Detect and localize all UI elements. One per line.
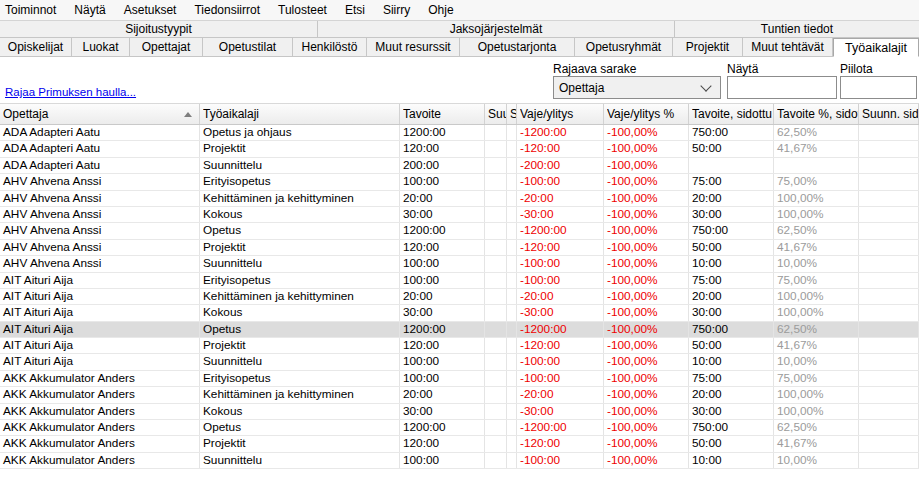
cell-opettaja[interactable]: AIT Aituri Aija [0,305,200,320]
menu-item-tiedonsiirrot[interactable]: Tiedonsiirrot [185,0,269,20]
cell-tavoite-sidot[interactable]: 10,00% [774,354,859,369]
cell-vaje-ylitys[interactable]: -1200:00 [517,322,604,337]
tab-henkil-st[interactable]: Henkilöstö [293,38,367,57]
cell-ty-aikalaji[interactable]: Kokous [200,404,400,419]
cell-tavoite[interactable]: 20:00 [400,191,485,206]
cell-tavoite-sidot[interactable]: 75,00% [774,273,859,288]
cell-tavoite[interactable]: 120:00 [400,240,485,255]
cell-vaje-ylitys[interactable]: -30:00 [517,207,604,222]
cell-vaje-ylitys[interactable]: -100,00% [604,453,689,468]
cell-suu[interactable] [485,404,507,419]
cell-suu[interactable] [485,289,507,304]
cell-si[interactable] [507,289,517,304]
cell-vaje-ylitys[interactable]: -100,00% [604,174,689,189]
cell-ty-aikalaji[interactable]: Erityisopetus [200,174,400,189]
table-row[interactable]: ADA Adapteri AatuSuunnittelu200:00-200:0… [0,158,919,174]
tab-projektit[interactable]: Projektit [673,38,743,57]
cell-suu[interactable] [485,207,507,222]
cell-tavoite[interactable]: 120:00 [400,141,485,156]
cell-suu[interactable] [485,158,507,173]
cell-opettaja[interactable]: AKK Akkumulator Anders [0,387,200,402]
cell-tavoite[interactable]: 30:00 [400,404,485,419]
cell-opettaja[interactable]: AKK Akkumulator Anders [0,436,200,451]
menu-item-etsi[interactable]: Etsi [336,0,374,20]
cell-ty-aikalaji[interactable]: Opetus ja ohjaus [200,125,400,140]
cell-tavoite[interactable]: 200:00 [400,158,485,173]
cell-tavoite[interactable]: 120:00 [400,338,485,353]
cell-suunn-sidot[interactable] [859,371,919,386]
cell-tavoite-sidottu[interactable]: 50:00 [689,338,774,353]
cell-tavoite-sidot[interactable]: 100,00% [774,289,859,304]
cell-si[interactable] [507,256,517,271]
column-header-tavoite-sidot[interactable]: Tavoite %, sidot [774,104,859,124]
table-row[interactable]: AIT Aituri AijaKokous30:00-30:00-100,00%… [0,305,919,321]
table-row[interactable]: AHV Ahvena AnssiSuunnittelu100:00-100:00… [0,256,919,272]
cell-vaje-ylitys[interactable]: -100,00% [604,141,689,156]
menu-item-asetukset[interactable]: Asetukset [115,0,186,20]
cell-ty-aikalaji[interactable]: Kokous [200,305,400,320]
cell-tavoite[interactable]: 20:00 [400,289,485,304]
cell-vaje-ylitys[interactable]: -120:00 [517,436,604,451]
cell-suu[interactable] [485,125,507,140]
tab-group-tuntien-tiedot[interactable]: Tuntien tiedot [675,21,919,38]
column-header-suu[interactable]: Suu [485,104,507,124]
cell-tavoite-sidottu[interactable]: 10:00 [689,256,774,271]
cell-suu[interactable] [485,436,507,451]
cell-vaje-ylitys[interactable]: -120:00 [517,240,604,255]
cell-ty-aikalaji[interactable]: Kehittäminen ja kehittyminen [200,191,400,206]
cell-tavoite[interactable]: 120:00 [400,436,485,451]
cell-opettaja[interactable]: ADA Adapteri Aatu [0,158,200,173]
cell-suu[interactable] [485,354,507,369]
cell-si[interactable] [507,420,517,435]
cell-ty-aikalaji[interactable]: Kokous [200,207,400,222]
cell-ty-aikalaji[interactable]: Erityisopetus [200,273,400,288]
cell-si[interactable] [507,273,517,288]
cell-vaje-ylitys[interactable]: -100,00% [604,354,689,369]
cell-suunn-sidot[interactable] [859,223,919,238]
cell-ty-aikalaji[interactable]: Projektit [200,436,400,451]
cell-tavoite-sidottu[interactable]: 30:00 [689,305,774,320]
menu-item-siirry[interactable]: Siirry [374,0,419,20]
cell-opettaja[interactable]: AIT Aituri Aija [0,322,200,337]
cell-suunn-sidot[interactable] [859,240,919,255]
cell-suu[interactable] [485,338,507,353]
cell-tavoite[interactable]: 30:00 [400,207,485,222]
cell-tavoite-sidot[interactable]: 10,00% [774,256,859,271]
cell-tavoite-sidot[interactable]: 62,50% [774,125,859,140]
cell-vaje-ylitys[interactable]: -1200:00 [517,420,604,435]
table-row[interactable]: AHV Ahvena AnssiKehittäminen ja kehittym… [0,191,919,207]
cell-tavoite[interactable]: 100:00 [400,174,485,189]
cell-suunn-sidot[interactable] [859,387,919,402]
cell-si[interactable] [507,338,517,353]
tab-ty-aikalajit[interactable]: Työaikalajit [833,38,919,57]
cell-tavoite-sidot[interactable]: 41,67% [774,338,859,353]
cell-suunn-sidot[interactable] [859,256,919,271]
cell-suu[interactable] [485,174,507,189]
cell-tavoite-sidot[interactable]: 100,00% [774,191,859,206]
cell-si[interactable] [507,207,517,222]
tab-luokat[interactable]: Luokat [72,38,130,57]
cell-tavoite-sidottu[interactable]: 50:00 [689,141,774,156]
cell-suunn-sidot[interactable] [859,420,919,435]
table-row[interactable]: AKK Akkumulator AndersProjektit120:00-12… [0,436,919,452]
cell-suunn-sidot[interactable] [859,436,919,451]
cell-tavoite[interactable]: 1200:00 [400,322,485,337]
cell-opettaja[interactable]: AHV Ahvena Anssi [0,191,200,206]
cell-vaje-ylitys[interactable]: -100,00% [604,125,689,140]
cell-opettaja[interactable]: AIT Aituri Aija [0,354,200,369]
cell-si[interactable] [507,158,517,173]
cell-tavoite-sidottu[interactable]: 750:00 [689,223,774,238]
table-row[interactable]: AKK Akkumulator AndersSuunnittelu100:00-… [0,453,919,469]
table-row[interactable]: AKK Akkumulator AndersKehittäminen ja ke… [0,387,919,403]
cell-tavoite-sidottu[interactable]: 20:00 [689,289,774,304]
cell-vaje-ylitys[interactable]: -100:00 [517,453,604,468]
column-header-tavoite-sidottu[interactable]: Tavoite, sidottu [689,104,774,124]
menu-item-ohje[interactable]: Ohje [419,0,462,20]
cell-tavoite[interactable]: 100:00 [400,371,485,386]
cell-tavoite-sidot[interactable]: 62,50% [774,322,859,337]
cell-tavoite[interactable]: 20:00 [400,387,485,402]
cell-opettaja[interactable]: AHV Ahvena Anssi [0,256,200,271]
cell-suu[interactable] [485,141,507,156]
primus-search-link[interactable]: Rajaa Primuksen haulla... [5,86,136,98]
cell-si[interactable] [507,436,517,451]
